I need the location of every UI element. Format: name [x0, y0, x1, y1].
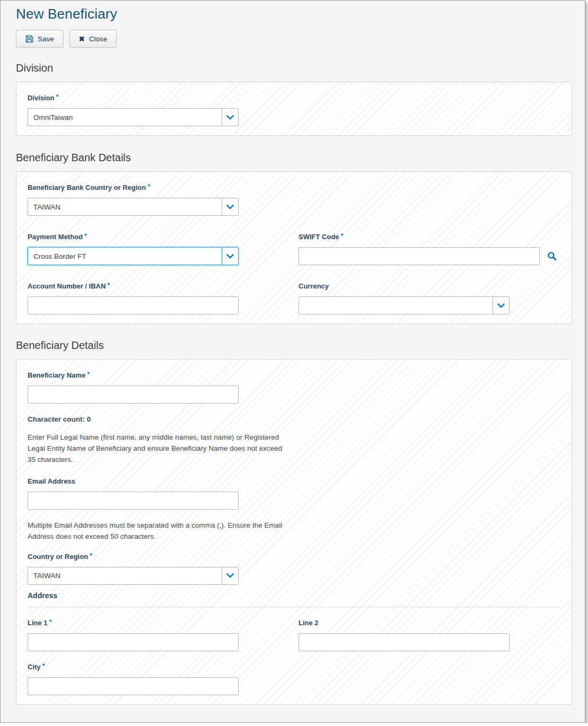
chevron-down-icon[interactable]	[222, 109, 238, 126]
chevron-down-icon[interactable]	[493, 297, 509, 314]
currency-select-value	[299, 297, 493, 314]
swift-code-field: SWIFT Code*	[299, 232, 557, 265]
division-select[interactable]: OmniTaiwan	[28, 108, 239, 126]
swift-code-input[interactable]	[299, 247, 540, 265]
required-marker: *	[42, 662, 45, 670]
beneficiary-name-input[interactable]	[28, 386, 239, 404]
bank-country-select[interactable]: TAIWAN	[28, 198, 239, 216]
account-number-field: Account Number / IBAN*	[28, 281, 239, 314]
character-count: Character count: 0	[28, 415, 560, 423]
city-field: City*	[28, 662, 560, 695]
address-line1-field: Line 1*	[28, 618, 239, 651]
toolbar: Save ✖ Close	[16, 30, 572, 48]
currency-field: Currency	[299, 281, 510, 314]
bank-country-label: Beneficiary Bank Country or Region	[28, 183, 146, 191]
address-subheading: Address	[28, 591, 560, 600]
close-icon: ✖	[79, 36, 85, 42]
address-line1-label: Line 1	[28, 619, 48, 627]
payment-method-select-value: Cross Border FT	[28, 248, 222, 265]
beneficiary-country-select[interactable]: TAIWAN	[28, 567, 239, 585]
required-marker: *	[56, 93, 59, 101]
new-beneficiary-page: New Beneficiary Save ✖ Close Division Di…	[0, 0, 585, 723]
required-marker: *	[87, 370, 90, 378]
division-label: Division	[28, 94, 55, 102]
city-input[interactable]	[28, 677, 239, 695]
swift-lookup-button[interactable]	[547, 251, 557, 261]
account-number-input[interactable]	[28, 296, 239, 314]
city-label: City	[28, 663, 41, 671]
beneficiary-name-field: Beneficiary Name*	[28, 370, 560, 404]
address-line2-label: Line 2	[299, 619, 319, 627]
beneficiary-country-select-value: TAIWAN	[28, 567, 222, 584]
required-marker: *	[341, 232, 344, 240]
payment-method-label: Payment Method	[28, 233, 83, 241]
address-line2-input[interactable]	[299, 633, 510, 651]
beneficiary-panel: Beneficiary Name* Character count: 0 Ent…	[16, 359, 572, 705]
beneficiary-section-heading: Beneficiary Details	[16, 339, 572, 352]
chevron-down-icon[interactable]	[222, 198, 238, 215]
save-button-label: Save	[38, 35, 54, 43]
email-help-text: Multiple Email Addresses must be separat…	[28, 520, 287, 543]
beneficiary-name-label: Beneficiary Name	[28, 371, 85, 379]
account-number-label: Account Number / IBAN	[28, 282, 106, 290]
bank-panel: Beneficiary Bank Country or Region* TAIW…	[16, 171, 572, 324]
save-icon	[25, 35, 33, 43]
beneficiary-country-field: Country or Region* TAIWAN	[28, 552, 560, 585]
payment-method-field: Payment Method* Cross Border FT	[28, 232, 239, 265]
beneficiary-name-help-text: Enter Full Legal Name (first name, any m…	[28, 432, 287, 466]
address-divider	[28, 607, 560, 607]
currency-label: Currency	[299, 282, 329, 290]
bank-country-field: Beneficiary Bank Country or Region* TAIW…	[28, 182, 560, 216]
search-icon	[547, 251, 557, 261]
email-field: Email Address	[28, 476, 560, 510]
bank-section-heading: Beneficiary Bank Details	[16, 152, 572, 164]
required-marker: *	[107, 281, 110, 289]
division-panel: Division* OmniTaiwan	[16, 82, 572, 136]
division-section-heading: Division	[16, 62, 572, 74]
email-input[interactable]	[28, 492, 239, 510]
email-label: Email Address	[28, 477, 75, 485]
close-button[interactable]: ✖ Close	[69, 30, 117, 48]
division-field: Division* OmniTaiwan	[28, 93, 560, 126]
payment-method-select[interactable]: Cross Border FT	[28, 247, 239, 265]
address-line2-field: Line 2	[299, 618, 510, 651]
bank-country-select-value: TAIWAN	[28, 198, 222, 215]
required-marker: *	[84, 232, 87, 240]
page-title: New Beneficiary	[16, 6, 572, 22]
required-marker: *	[147, 182, 150, 190]
chevron-down-icon[interactable]	[222, 567, 238, 584]
swift-code-label: SWIFT Code	[299, 233, 339, 241]
required-marker: *	[90, 552, 92, 559]
beneficiary-country-label: Country or Region	[28, 553, 88, 561]
currency-select[interactable]	[299, 296, 510, 314]
save-button[interactable]: Save	[16, 30, 64, 48]
close-button-label: Close	[89, 35, 108, 43]
division-select-value: OmniTaiwan	[28, 109, 222, 126]
chevron-down-icon[interactable]	[222, 248, 238, 265]
address-line1-input[interactable]	[28, 633, 239, 651]
required-marker: *	[49, 618, 52, 626]
